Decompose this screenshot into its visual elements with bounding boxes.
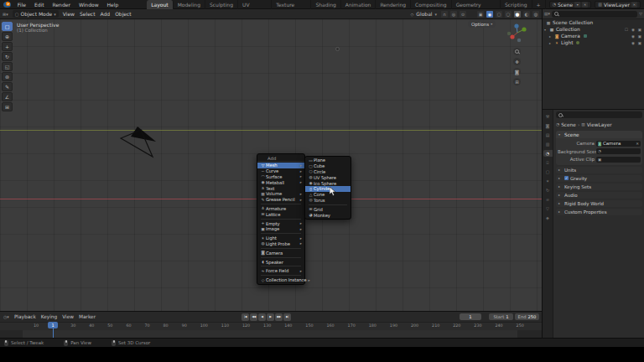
topbar-menu[interactable]: Window (75, 2, 102, 8)
unlink-scene-button[interactable]: ✕ (582, 2, 588, 8)
workspace-tab[interactable]: Geometry Nodes (452, 0, 501, 9)
mesh-item-ico-sphere[interactable]: ◉Ico Sphere (305, 180, 351, 186)
add-menu-item-volume[interactable]: ▦Volume (257, 191, 304, 197)
remove-view-layer-button[interactable]: ✕ (631, 2, 637, 8)
disclosure-icon[interactable]: ▸ (549, 34, 553, 39)
workspace-tab[interactable]: + (532, 0, 546, 9)
clear-icon[interactable]: ✕ (636, 142, 639, 146)
add-menu-item-armature[interactable]: ⋔Armature (257, 206, 304, 212)
properties-tab[interactable]: ▽ (543, 205, 553, 212)
section-gravity[interactable]: ▸ ✓ Gravity (556, 175, 642, 183)
show-overlays-toggle[interactable]: ◉ (486, 11, 493, 18)
snap-magnet-icon[interactable]: ∩ (441, 11, 448, 18)
topbar-menu[interactable]: Help (104, 2, 122, 8)
section-units[interactable]: ▸ Units (556, 167, 642, 174)
shading-rendered-button[interactable]: ◍ (532, 11, 539, 18)
properties-tab[interactable]: ▥ (543, 141, 553, 147)
add-menu-item-grease-pencil[interactable]: ✎Grease Pencil (257, 197, 304, 203)
outliner-editor-icon[interactable]: ▤▾ (544, 12, 550, 16)
mesh-item-uv-sphere[interactable]: ◍UV Sphere (305, 174, 351, 180)
add-menu-item-surface[interactable]: ◠Surface (257, 174, 304, 180)
add-menu-item-collection-instance[interactable]: ◇Collection Instance (257, 277, 304, 283)
properties-tab[interactable]: ↻ (543, 187, 553, 194)
tool-button[interactable]: ⊕ (2, 32, 13, 41)
shading-solid-button[interactable]: ● (514, 11, 521, 18)
add-menu-item-light-probe[interactable]: ◍Light Probe (257, 241, 304, 247)
pan-hand-icon[interactable]: ✥ (513, 58, 521, 65)
workspace-tab[interactable]: Compositing (411, 0, 452, 9)
properties-tab[interactable]: ∞ (543, 196, 553, 203)
camera-view-icon[interactable]: ◙ (513, 68, 521, 75)
options-button[interactable]: Options ▾ (468, 20, 496, 28)
mesh-item-cube[interactable]: ▢Cube (305, 163, 351, 169)
transport-button[interactable]: ▶▶ (275, 313, 283, 321)
new-scene-button[interactable]: ▾ (574, 2, 580, 8)
disclosure-icon[interactable]: ▾ (544, 28, 548, 32)
section-keying-sets[interactable]: ▸ Keying Sets (556, 184, 642, 191)
background-scene-field[interactable]: ◔ (596, 148, 641, 154)
eye-icon[interactable]: ◉ (631, 28, 636, 32)
disclosure-icon[interactable]: ▸ (549, 41, 553, 45)
mesh-item-cone[interactable]: △Cone (305, 192, 351, 198)
properties-tab[interactable]: ▢ (543, 168, 553, 175)
transform-orientation[interactable]: ◇ Global ▾ (410, 11, 437, 17)
workspace-tab[interactable]: UV Editing (238, 0, 272, 9)
properties-tab[interactable]: ◈ (543, 215, 553, 221)
workspace-tab[interactable]: Sculpting (205, 0, 238, 9)
zoom-icon[interactable] (513, 48, 521, 55)
current-frame-field[interactable]: 1 (460, 313, 481, 320)
mesh-item-monkey[interactable]: ◕Monkey (305, 212, 351, 218)
viewport-menu[interactable]: Add (101, 11, 111, 17)
scene-selector[interactable]: ◔ Scene ▾ ✕ (549, 1, 592, 8)
eye-icon[interactable]: ◉ (631, 41, 636, 45)
xray-toggle[interactable]: ▢ (496, 11, 502, 18)
tool-button[interactable]: ▢ (2, 22, 13, 31)
properties-tab[interactable]: ◔ (543, 150, 553, 157)
add-menu-item-image[interactable]: ▣Image (257, 226, 304, 232)
blender-logo-icon[interactable] (3, 2, 11, 8)
add-menu-item-mesh[interactable]: ▽Mesh (257, 163, 304, 168)
topbar-menu[interactable]: Render (49, 2, 74, 8)
timeline-menu[interactable]: Keying (41, 314, 57, 319)
breadcrumb-scene[interactable]: Scene (561, 122, 576, 127)
mesh-item-torus[interactable]: ◎Torus (305, 198, 351, 204)
frame-end-field[interactable]: End 250 (515, 313, 539, 320)
timeline-menu[interactable]: Playback (14, 314, 36, 319)
tool-button[interactable]: ⊞ (2, 102, 13, 111)
eye-icon[interactable]: ◉ (631, 34, 636, 39)
transport-button[interactable]: |◀ (242, 313, 249, 321)
outliner-search-input[interactable] (552, 11, 637, 18)
camera-render-toggle-icon[interactable]: ▣ (637, 34, 642, 39)
mode-dropdown[interactable]: ▢ Object Mode ▾ (13, 10, 59, 18)
viewport-menu[interactable]: View (63, 11, 75, 17)
add-menu-item-light[interactable]: ☀Light (257, 235, 304, 241)
tool-button[interactable]: ∠ (2, 92, 13, 101)
tool-button[interactable]: ⊚ (2, 72, 13, 81)
filter-funnel-icon[interactable]: ▽ (639, 12, 642, 16)
timeline-menu[interactable]: View (62, 314, 74, 319)
outliner-row-light[interactable]: ▸ ☀ Light ◉ ▣ (543, 39, 644, 46)
camera-render-toggle-icon[interactable]: ▣ (637, 28, 642, 32)
tool-button[interactable]: + (2, 42, 13, 51)
section-rigid-body-world[interactable]: ▸ Rigid Body World (556, 200, 642, 208)
breadcrumb-view-layer[interactable]: ViewLayer (587, 122, 612, 127)
pivot-point-icon[interactable]: ⊙ (460, 11, 466, 18)
show-gizmo-toggle[interactable]: ▣ (477, 11, 484, 18)
tool-button[interactable]: ✎ (2, 82, 13, 91)
mesh-item-cylinder[interactable]: ▯Cylinder (305, 186, 351, 192)
properties-search-input[interactable] (556, 111, 642, 118)
transport-button[interactable]: ▶ (267, 313, 274, 321)
shading-material-button[interactable]: ◐ (523, 11, 530, 18)
properties-tab[interactable]: ◙ (543, 122, 553, 129)
section-audio[interactable]: ▸ Audio (556, 192, 642, 199)
timeline-ruler[interactable]: 1020304050607080901001101201301401501601… (0, 322, 542, 330)
gravity-checkbox[interactable]: ✓ (564, 176, 569, 180)
add-menu-item-lattice[interactable]: ⊞Lattice (257, 211, 304, 217)
playhead-badge[interactable]: 1 (48, 322, 58, 328)
shading-wireframe-button[interactable]: ○ (505, 11, 512, 18)
add-menu-item-force-field[interactable]: ≈Force Field (257, 268, 304, 274)
workspace-tab[interactable]: Rendering (376, 0, 411, 9)
workspace-tab[interactable]: Shading (311, 0, 340, 9)
transport-button[interactable]: ◀ (258, 313, 266, 321)
mesh-item-grid[interactable]: ⊞Grid (305, 206, 351, 212)
